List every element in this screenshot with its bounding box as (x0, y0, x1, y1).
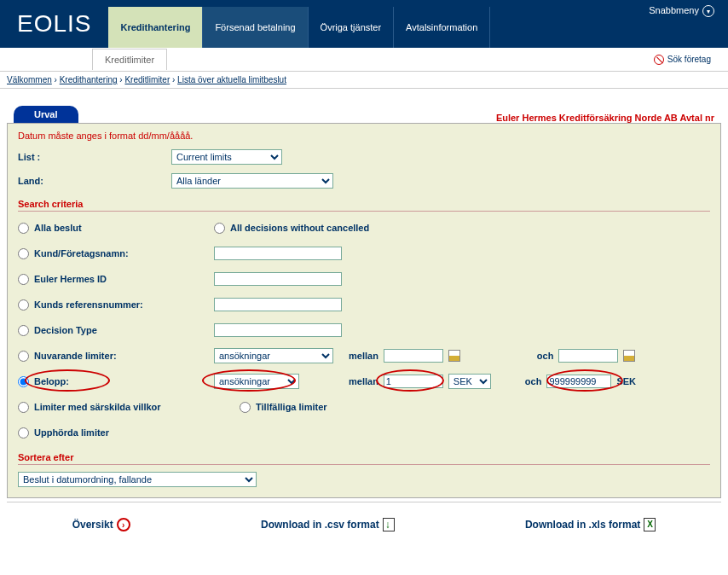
sort-title: Sortera efter (18, 452, 710, 465)
tab-forsenad-betalning[interactable]: Försenad betalning (203, 7, 308, 48)
content: Urval Euler Hermes Kreditförsäkring Nord… (0, 89, 728, 550)
radio-kunds-ref[interactable] (18, 299, 29, 311)
tab-row: Urval Euler Hermes Kreditförsäkring Nord… (7, 106, 721, 123)
label-mellan-2: mellan (349, 376, 378, 386)
radio-alla-beslut[interactable] (18, 223, 29, 234)
logo: EOLIS (0, 0, 108, 48)
tab-avtalsinformation[interactable]: Avtalsinformation (394, 7, 490, 48)
subtab-kreditlimiter[interactable]: Kreditlimiter (92, 49, 167, 70)
label-nuvarande: Nuvarande limiter: (34, 351, 117, 361)
input-euler-id[interactable] (214, 272, 342, 286)
label-sek-suffix: SEK (616, 376, 636, 386)
belopp-select[interactable]: ansökningar (214, 374, 299, 389)
snabbmeny-label: Snabbmeny (649, 5, 699, 15)
land-select[interactable]: Alla länder (171, 173, 333, 189)
calendar-icon[interactable] (448, 350, 460, 362)
sort-select[interactable]: Beslut i datumordning, fallande (18, 472, 257, 487)
separator (7, 502, 721, 502)
no-entry-icon (654, 55, 664, 65)
download-xls-label: Download in .xls format (525, 519, 640, 531)
download-csv-label: Download in .csv format (261, 519, 379, 531)
radio-nuvarande[interactable] (18, 351, 29, 362)
label-upphorda: Upphörda limiter (34, 427, 109, 438)
criteria-title: Search criteria (18, 199, 710, 212)
list-label: List : (18, 152, 171, 162)
urval-tab[interactable]: Urval (14, 106, 78, 123)
radio-all-without-cancelled[interactable] (214, 223, 225, 234)
label-kund-foretag: Kund/Företagsnamn: (34, 248, 129, 258)
tab-kredithantering[interactable]: Kredithantering (108, 7, 203, 48)
input-decision-type[interactable] (214, 323, 342, 337)
radio-tillfalliga[interactable] (240, 402, 251, 413)
land-label: Land: (18, 176, 171, 186)
breadcrumb-kreditlimiter[interactable]: Kreditlimiter (124, 75, 170, 84)
input-nuvarande-to[interactable] (558, 349, 618, 363)
label-mellan-1: mellan (349, 351, 378, 361)
search-company-label: Sök företag (667, 55, 711, 64)
label-belopp: Belopp: (34, 376, 69, 386)
breadcrumb-kredithantering[interactable]: Kredithantering (60, 75, 118, 84)
label-decision-type: Decision Type (34, 325, 97, 335)
list-select[interactable]: Current limits (171, 149, 282, 165)
search-company-link[interactable]: Sök företag (637, 55, 728, 65)
subheader: Kreditlimiter Sök företag (0, 48, 728, 72)
chevron-down-icon: ▾ (702, 5, 714, 17)
snabbmeny-menu[interactable]: Snabbmeny ▾ (635, 0, 728, 48)
download-xls-button[interactable]: Download in .xls format (525, 518, 656, 531)
radio-limiter-villkor[interactable] (18, 402, 29, 413)
input-belopp-to[interactable] (546, 375, 611, 388)
download-csv-button[interactable]: Download in .csv format (261, 518, 395, 531)
download-xls-icon (644, 518, 656, 531)
nuvarande-select[interactable]: ansökningar (214, 348, 333, 363)
label-alla-beslut: Alla beslut (34, 223, 82, 233)
radio-euler-id[interactable] (18, 274, 29, 285)
label-euler-id: Euler Hermes ID (34, 274, 107, 284)
input-kunds-ref[interactable] (214, 298, 342, 311)
currency-select[interactable]: SEK (448, 374, 491, 389)
calendar-icon[interactable] (623, 350, 635, 362)
oversikt-button[interactable]: Översikt › (72, 518, 130, 531)
download-csv-icon (383, 518, 395, 531)
company-info: Euler Hermes Kreditförsäkring Norde AB A… (496, 113, 721, 123)
date-warning: Datum måste anges i format dd/mm/åååå. (18, 131, 710, 141)
header: EOLIS Kredithantering Försenad betalning… (0, 0, 728, 48)
actions-row: Översikt › Download in .csv format Downl… (7, 506, 721, 543)
tab-ovriga-tjanster[interactable]: Övriga tjänster (309, 7, 395, 48)
input-nuvarande-from[interactable] (384, 349, 443, 363)
label-och-1: och (537, 351, 554, 361)
breadcrumb: Välkommen › Kredithantering › Kreditlimi… (0, 72, 728, 89)
oversikt-label: Översikt (72, 519, 113, 531)
radio-upphorda[interactable] (18, 427, 29, 439)
radio-kund-foretag[interactable] (18, 248, 29, 259)
label-limiter-villkor: Limiter med särskilda villkor (34, 402, 161, 412)
breadcrumb-valkommen[interactable]: Välkommen (7, 75, 52, 84)
label-kunds-ref: Kunds referensnummer: (34, 299, 143, 310)
label-tillfalliga: Tillfälliga limiter (256, 402, 327, 412)
nav-tabs: Kredithantering Försenad betalning Övrig… (108, 0, 490, 48)
breadcrumb-lista[interactable]: Lista över aktuella limitbeslut (177, 75, 286, 84)
radio-belopp[interactable] (18, 376, 29, 387)
arrow-right-icon: › (117, 518, 130, 531)
radio-decision-type[interactable] (18, 325, 29, 336)
label-all-without-cancelled: All decisions without cancelled (230, 223, 369, 233)
input-kund-foretag[interactable] (214, 247, 342, 260)
form-box: Datum måste anges i format dd/mm/åååå. L… (7, 123, 721, 498)
input-belopp-from[interactable] (384, 375, 443, 388)
label-och-2: och (525, 376, 542, 386)
